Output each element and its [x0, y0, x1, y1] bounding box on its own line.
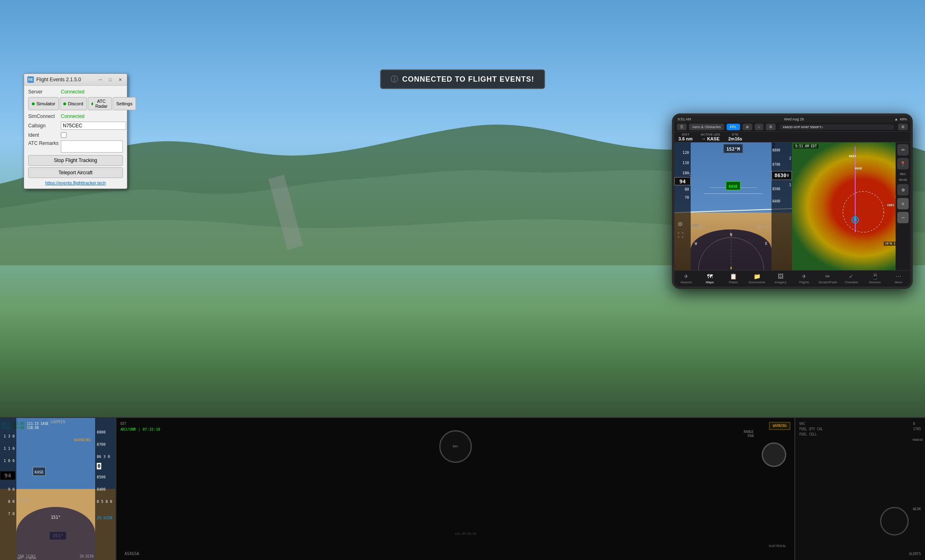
alt-t-8700: 8700 [772, 163, 780, 167]
atc-remarks-input[interactable] [61, 140, 123, 153]
minimize-button[interactable]: ─ [97, 76, 104, 83]
rec-time: 00:00 [899, 178, 907, 182]
ff-gear-btn[interactable]: ⚙ [766, 124, 776, 130]
airports-icon: ✈ [684, 273, 689, 280]
rec-label: REC [900, 173, 906, 176]
tab-atc-radar[interactable]: ATC Radar [88, 97, 112, 110]
close-button[interactable]: ✕ [116, 76, 124, 83]
speed-box-tablet: 94 [674, 177, 691, 185]
atc-remarks-label: ATC Remarks [28, 140, 61, 146]
alt-current: 0 [97, 463, 101, 469]
kasy-label: KASY [849, 155, 856, 158]
tape-90: 9 0 [8, 487, 15, 491]
tabs-row: Simulator Discord ATC Radar Settings [28, 97, 123, 110]
electrical-label: ELECTRICAL [769, 544, 786, 548]
tablet-time: 9:51 AM [678, 117, 691, 121]
documents-label: Documents [749, 280, 765, 284]
instr-values: ADJ/UNR | 07:32:19 [120, 427, 160, 431]
s70: 70 [685, 196, 689, 200]
tab-simulator[interactable]: Simulator [28, 97, 59, 110]
hdg-12: 12 [707, 230, 710, 233]
battery-level: 49% [900, 117, 907, 121]
server-label: Server [28, 89, 61, 95]
map-pencil-btn[interactable]: ✏ [897, 144, 909, 156]
maps-label: Maps [706, 280, 714, 284]
flight-events-dialog: FE Flight Events 2.1.5.0 ─ □ ✕ Server Co… [24, 73, 127, 189]
aero-label: Aero & Obstacles [692, 125, 721, 129]
nav-checklist[interactable]: ✓ Checklist [840, 272, 863, 285]
alt-8500: 8500 [97, 475, 106, 479]
restore-button[interactable]: □ [107, 76, 114, 83]
tab-simulator-label: Simulator [36, 101, 55, 106]
dialog-titlebar: FE Flight Events 2.1.5.0 ─ □ ✕ [24, 74, 127, 86]
warning-text: WARNING [773, 424, 787, 428]
nav-scratchpads[interactable]: ✏ ScratchPads [816, 272, 840, 285]
tablet-date: Wed Aug 26 [784, 117, 804, 121]
nav-documents[interactable]: 📁 Documents [745, 272, 769, 285]
teleport-aircraft-button[interactable]: Teleport Aircraft [28, 167, 123, 178]
nav-more[interactable]: ⋯ More [887, 272, 910, 285]
north-label: N [730, 233, 732, 237]
tab-discord[interactable]: Discord [60, 97, 87, 110]
right-dial [880, 507, 909, 536]
connected-banner: ⓘ CONNECTED TO FLIGHT EVENTS! [380, 69, 545, 89]
simconnect-status: Connected [61, 113, 84, 119]
tape-120: 1 3 0 [4, 434, 15, 438]
ff-settings-btn[interactable]: ⚙ [898, 124, 908, 130]
kase-waypoint: KASE [33, 467, 46, 476]
pan-label: PAN [748, 434, 754, 438]
discord-dot [63, 102, 66, 105]
tablet-topbar-right: ▲ 49% [894, 117, 907, 121]
alt-8680: 86 3 0 [97, 455, 110, 459]
dist-info: DIST 3.6 nm [678, 133, 693, 141]
plates-label: Plates [729, 280, 738, 284]
scratchpads-icon: ✏ [825, 273, 830, 280]
settings-icon-tablet[interactable]: ⚙ [678, 221, 683, 227]
knob-1: NAV [439, 430, 472, 463]
ff-fpl-btn[interactable]: FPL [727, 124, 740, 130]
tape-80: 8 0 [8, 500, 15, 504]
ff-atc-map: 9:51 AM EDT KASY KASE CO03 KIER 28°N 1 [792, 142, 910, 270]
flight-tracker-link[interactable]: https://events.flighttracker.tech [28, 180, 123, 185]
nav-flights[interactable]: ✈ Flights [792, 272, 816, 285]
ff-layers-btn[interactable]: ⊕ [743, 124, 752, 130]
warning-box: WARNING [769, 422, 790, 430]
expand-icon[interactable]: ⛶ [678, 232, 683, 238]
alt-knob [762, 442, 786, 467]
map-zoom-in-btn[interactable]: + [897, 198, 909, 209]
callsign-row: Callsign N75CEC [28, 122, 123, 130]
ff-aero-btn[interactable]: Aero & Obstacles [689, 124, 724, 130]
alt-8300: 8 5 8 0 [97, 500, 112, 504]
kase-flag-text: KASE [729, 184, 738, 189]
nav-maps[interactable]: 🗺 Maps [698, 272, 722, 285]
east-label: E [765, 242, 767, 246]
s110: 110 [683, 161, 689, 165]
ff-menu-btn[interactable]: ☰ [677, 124, 687, 130]
nav-imagery[interactable]: 🖼 Imagery [769, 272, 792, 285]
server-row: Server Connected [28, 89, 123, 95]
nav-devices[interactable]: 📱 Devices [863, 272, 887, 285]
map-zoom-out-btn[interactable]: − [897, 212, 909, 223]
map-pin-btn[interactable]: 📍 [897, 158, 909, 169]
efb-horizon: GARMIN NAV1 113.00 111.15 IASE NAV2 513.… [0, 418, 116, 560]
tab-settings[interactable]: Settings [113, 97, 136, 110]
scratchpads-label: ScratchPads [818, 280, 837, 284]
more-label: More [895, 280, 902, 284]
map-layers-btn[interactable]: ⊕ [897, 184, 909, 196]
right-panel: VAC FUEL QTY CAL FUEL CELL 8 1705 WLDK A… [794, 418, 925, 560]
callsign-input[interactable]: N75CEC [61, 122, 126, 130]
simulator-dot [32, 102, 35, 105]
nav-plates[interactable]: 📋 Plates [722, 272, 745, 285]
ff-sun-btn[interactable]: ○ [755, 124, 763, 130]
active-leg-info: ACTIVE LEG → KASE [701, 133, 720, 141]
num-1705: 1705 [913, 427, 921, 431]
aircraft-id-label: ASXGSA [125, 551, 139, 556]
imagery-icon: 🖼 [778, 273, 783, 280]
alt-t-8500: 8500 [772, 187, 780, 191]
nav-airports[interactable]: ✈ Airports [674, 272, 698, 285]
stop-tracking-button[interactable]: Stop Flight Tracking [28, 155, 123, 166]
ident-checkbox[interactable] [61, 132, 67, 138]
checklist-icon: ✓ [849, 273, 854, 280]
alt-tape: 8800 8700 86 3 0 0 8500 8400 8 5 8 0 29.… [95, 418, 116, 560]
active-leg-value: → KASE [701, 136, 720, 141]
